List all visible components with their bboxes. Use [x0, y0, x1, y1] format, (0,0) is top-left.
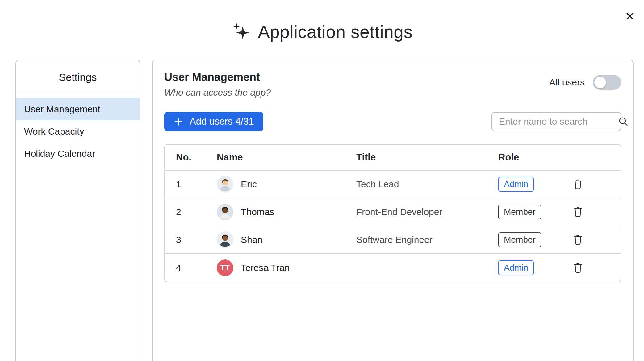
role-cell: Member: [498, 232, 569, 247]
name-cell: Eric: [217, 176, 356, 193]
sidebar-item-holiday-calendar[interactable]: Holiday Calendar: [16, 143, 140, 165]
actions-cell: [569, 261, 621, 275]
table-header-row: No. Name Title Role: [165, 145, 621, 171]
role-badge[interactable]: Admin: [498, 177, 534, 192]
add-users-button[interactable]: Add users 4/31: [164, 112, 263, 131]
user-name: Teresa Tran: [241, 263, 290, 273]
all-users-toggle[interactable]: [593, 75, 621, 90]
sidebar-items: User Management Work Capacity Holiday Ca…: [16, 98, 140, 165]
sidebar-title: Settings: [16, 60, 140, 93]
page-title: Application settings: [0, 22, 644, 42]
search-input[interactable]: [499, 116, 618, 127]
sparkles-icon: [231, 22, 250, 41]
avatar: [217, 231, 233, 248]
table-row: 3 Shan Software Engineer Member: [165, 226, 621, 254]
role-badge[interactable]: Member: [498, 232, 541, 247]
users-table: No. Name Title Role 1 Eric Tech Lead Adm…: [164, 144, 621, 282]
user-name: Shan: [241, 234, 262, 245]
role-badge[interactable]: Member: [498, 205, 541, 219]
sidebar-item-work-capacity[interactable]: Work Capacity: [16, 120, 140, 143]
actions-cell: [569, 205, 621, 219]
role-cell: Member: [498, 205, 569, 219]
header-role: Role: [498, 152, 569, 163]
name-cell: TT Teresa Tran: [217, 259, 356, 276]
header-no: No.: [176, 152, 217, 163]
trash-icon: [572, 206, 583, 218]
actions-cell: [569, 233, 621, 247]
close-icon[interactable]: ✕: [625, 10, 635, 22]
table-row: 1 Eric Tech Lead Admin: [165, 171, 621, 198]
add-users-label: Add users 4/31: [190, 116, 254, 127]
sidebar-item-user-management[interactable]: User Management: [16, 98, 140, 120]
page-title-text: Application settings: [258, 22, 412, 42]
avatar: [217, 176, 233, 193]
role-cell: Admin: [498, 260, 569, 275]
header-name: Name: [217, 152, 356, 163]
row-number: 1: [176, 179, 217, 189]
panel-header-text: User Management Who can access the app?: [164, 71, 271, 98]
search-box: [491, 112, 621, 131]
role-cell: Admin: [498, 177, 569, 192]
user-name: Thomas: [241, 207, 274, 217]
panel-subtitle: Who can access the app?: [164, 87, 271, 98]
delete-user-button[interactable]: [571, 177, 585, 191]
search-icon[interactable]: [618, 116, 629, 127]
user-management-panel: User Management Who can access the app? …: [152, 60, 634, 361]
user-title: Tech Lead: [356, 179, 498, 189]
avatar: [217, 204, 233, 220]
name-cell: Shan: [217, 231, 356, 248]
role-badge[interactable]: Admin: [498, 260, 534, 275]
row-number: 2: [176, 207, 217, 217]
table-row: 2 Thomas Front-End Developer Member: [165, 198, 621, 226]
settings-sidebar: Settings User Management Work Capacity H…: [15, 60, 140, 361]
all-users-label: All users: [549, 77, 585, 88]
toolbar: Add users 4/31: [164, 112, 621, 131]
delete-user-button[interactable]: [571, 233, 585, 247]
all-users-control: All users: [549, 75, 621, 90]
panel-header: User Management Who can access the app? …: [164, 71, 621, 98]
sidebar-divider: [16, 93, 140, 93]
trash-icon: [572, 178, 583, 190]
toggle-knob: [594, 77, 606, 88]
panel-heading: User Management: [164, 71, 271, 84]
row-number: 4: [176, 263, 217, 273]
trash-icon: [572, 234, 583, 245]
header-title: Title: [356, 152, 498, 163]
actions-cell: [569, 177, 621, 191]
user-title: Front-End Developer: [356, 207, 498, 217]
user-name: Eric: [241, 179, 257, 189]
avatar: TT: [217, 259, 233, 276]
row-number: 3: [176, 234, 217, 245]
trash-icon: [572, 262, 583, 273]
user-title: Software Engineer: [356, 234, 498, 245]
delete-user-button[interactable]: [571, 205, 585, 219]
table-row: 4 TT Teresa Tran Admin: [165, 254, 621, 282]
name-cell: Thomas: [217, 204, 356, 220]
plus-icon: [174, 117, 183, 127]
delete-user-button[interactable]: [571, 261, 585, 275]
